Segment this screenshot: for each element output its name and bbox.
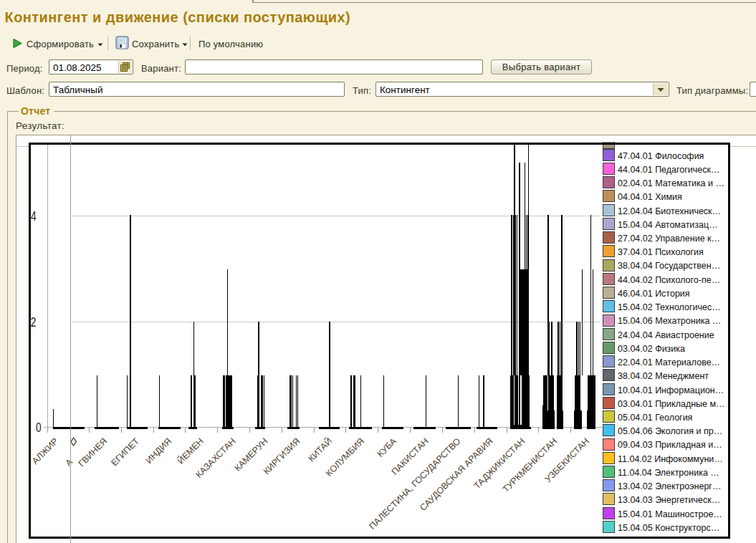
svg-text:44.04.02 Психолого-пе…: 44.04.02 Психолого-пе… <box>618 275 720 285</box>
svg-text:03.04.01 Прикладные м…: 03.04.01 Прикладные м… <box>618 399 725 409</box>
svg-text:38.04.04 Государствен…: 38.04.04 Государствен… <box>618 261 720 271</box>
svg-text:15.04.06 Мехатроника …: 15.04.06 Мехатроника … <box>618 316 721 326</box>
svg-text:13.04.02 Электроэнерг…: 13.04.02 Электроэнерг… <box>618 481 721 491</box>
svg-text:12.04.04 Биотехническ…: 12.04.04 Биотехническ… <box>618 206 721 216</box>
svg-text:4: 4 <box>31 208 37 224</box>
svg-text:15.04.01 Машинострое…: 15.04.01 Машинострое… <box>618 509 722 519</box>
svg-text:05.04.01 Геология: 05.04.01 Геология <box>618 413 692 423</box>
svg-text:44.04.01 Педагогическ…: 44.04.01 Педагогическ… <box>618 165 720 175</box>
svg-text:38.04.02 Менеджмент: 38.04.02 Менеджмент <box>618 371 709 381</box>
svg-text:27.04.02 Управление к…: 27.04.02 Управление к… <box>618 234 720 244</box>
svg-text:11.04.02 Инфокоммуни…: 11.04.02 Инфокоммуни… <box>618 454 723 464</box>
svg-text:47.04.01 Философия: 47.04.01 Философия <box>618 151 704 161</box>
svg-text:37.04.01 Психология: 37.04.01 Психология <box>618 247 704 257</box>
svg-text:22.04.01 Материалове…: 22.04.01 Материалове… <box>618 357 720 367</box>
svg-text:15.04.05 Конструкторс…: 15.04.05 Конструкторс… <box>618 523 719 533</box>
svg-text:2: 2 <box>31 314 37 330</box>
svg-text:13.04.03 Энергетическ…: 13.04.03 Энергетическ… <box>618 495 720 505</box>
svg-text:03.04.02 Физика: 03.04.02 Физика <box>618 344 685 354</box>
svg-text:10.04.01 Информацион…: 10.04.01 Информацион… <box>618 385 724 395</box>
svg-text:09.04.03 Прикладная и…: 09.04.03 Прикладная и… <box>618 440 722 450</box>
svg-text:24.04.04 Авиастроение: 24.04.04 Авиастроение <box>618 330 714 340</box>
svg-text:15.04.04 Автоматизац…: 15.04.04 Автоматизац… <box>618 220 718 230</box>
svg-text:11.04.04 Электроника …: 11.04.04 Электроника … <box>618 468 719 478</box>
svg-text:46.04.01 История: 46.04.01 История <box>618 289 690 299</box>
svg-text:02.04.01 Математика и …: 02.04.01 Математика и … <box>618 178 724 188</box>
svg-text:05.04.06 Экология и пр…: 05.04.06 Экология и пр… <box>618 426 722 436</box>
svg-text:0: 0 <box>36 420 42 436</box>
svg-text:04.04.01 Химия: 04.04.01 Химия <box>618 192 682 202</box>
svg-text:15.04.02 Технологичес…: 15.04.02 Технологичес… <box>618 302 721 312</box>
